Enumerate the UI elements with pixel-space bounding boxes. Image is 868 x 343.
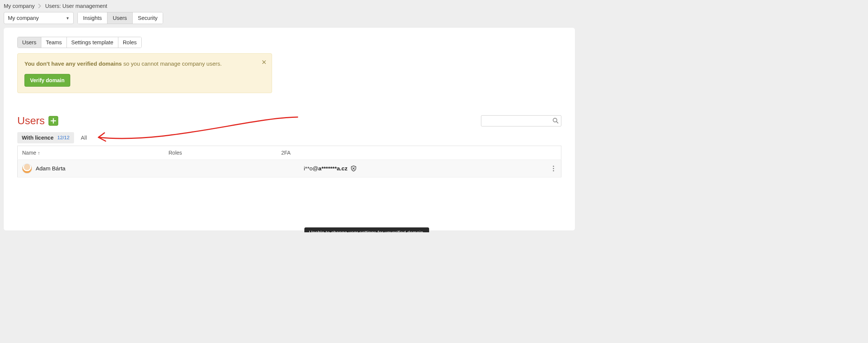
filter-with-licence-count: 12/12 bbox=[57, 135, 70, 140]
column-header-name[interactable]: Name ↑ bbox=[18, 146, 164, 159]
notice-rest: so you cannot manage company users. bbox=[122, 60, 222, 67]
row-actions-menu[interactable] bbox=[551, 165, 557, 172]
sort-arrow-icon: ↑ bbox=[38, 150, 40, 156]
filter-all[interactable]: All bbox=[81, 135, 87, 141]
subtab-settings-template[interactable]: Settings template bbox=[67, 37, 118, 48]
caret-down-icon: ▼ bbox=[66, 16, 70, 20]
close-icon[interactable]: × bbox=[262, 58, 266, 66]
breadcrumb: My company Users: User management bbox=[0, 0, 579, 10]
avatar bbox=[22, 164, 32, 173]
email-prefix: i**o@ bbox=[304, 165, 319, 172]
page-title: Users bbox=[17, 115, 45, 127]
verify-domain-button[interactable]: Verify domain bbox=[24, 74, 70, 87]
svg-point-3 bbox=[553, 168, 554, 169]
company-selector[interactable]: My company ▼ bbox=[4, 12, 74, 24]
subtab-teams[interactable]: Teams bbox=[41, 37, 67, 48]
column-header-email[interactable] bbox=[299, 146, 546, 159]
column-header-roles[interactable]: Roles bbox=[164, 146, 277, 159]
svg-point-4 bbox=[553, 170, 554, 171]
top-tabs: Insights Users Security bbox=[77, 12, 163, 24]
breadcrumb-item[interactable]: My company bbox=[4, 3, 35, 9]
user-email: i**o@a*******a.cz bbox=[304, 165, 542, 172]
search-input[interactable] bbox=[481, 115, 561, 126]
verify-domain-notice: × You don't have any verified domains so… bbox=[17, 53, 272, 93]
filter-with-licence-label: With licence bbox=[22, 135, 53, 141]
email-domain: a*******a.cz bbox=[318, 165, 348, 172]
tab-security[interactable]: Security bbox=[133, 12, 163, 24]
users-table: Name ↑ Roles 2FA Adam Bárta bbox=[17, 146, 561, 178]
filter-with-licence[interactable]: With licence 12/12 bbox=[17, 132, 74, 143]
column-header-2fa[interactable]: 2FA bbox=[277, 146, 299, 159]
breadcrumb-item[interactable]: Users: User management bbox=[45, 3, 107, 9]
table-row[interactable]: Adam Bárta i**o@a*******a.cz bbox=[18, 159, 561, 177]
search-box bbox=[481, 115, 561, 126]
tab-insights[interactable]: Insights bbox=[78, 12, 107, 24]
notice-bold: You don't have any verified domains bbox=[24, 60, 122, 67]
svg-point-2 bbox=[553, 165, 554, 167]
shield-x-icon bbox=[351, 165, 357, 172]
notice-text: You don't have any verified domains so y… bbox=[24, 60, 253, 68]
chevron-right-icon bbox=[38, 4, 41, 8]
subtab-roles[interactable]: Roles bbox=[118, 37, 141, 48]
company-selector-label: My company bbox=[8, 15, 39, 21]
tab-users[interactable]: Users bbox=[107, 12, 133, 24]
subtab-users[interactable]: Users bbox=[18, 37, 41, 48]
filter-tabs: With licence 12/12 All bbox=[17, 132, 561, 143]
main-card: Users Teams Settings template Roles × Yo… bbox=[4, 28, 575, 230]
sub-tabs: Users Teams Settings template Roles bbox=[17, 37, 142, 48]
column-header-name-label: Name bbox=[22, 150, 36, 156]
add-user-button[interactable] bbox=[48, 116, 58, 126]
tooltip: Unable to change user settings for unver… bbox=[304, 227, 429, 232]
user-name: Adam Bárta bbox=[36, 165, 65, 172]
